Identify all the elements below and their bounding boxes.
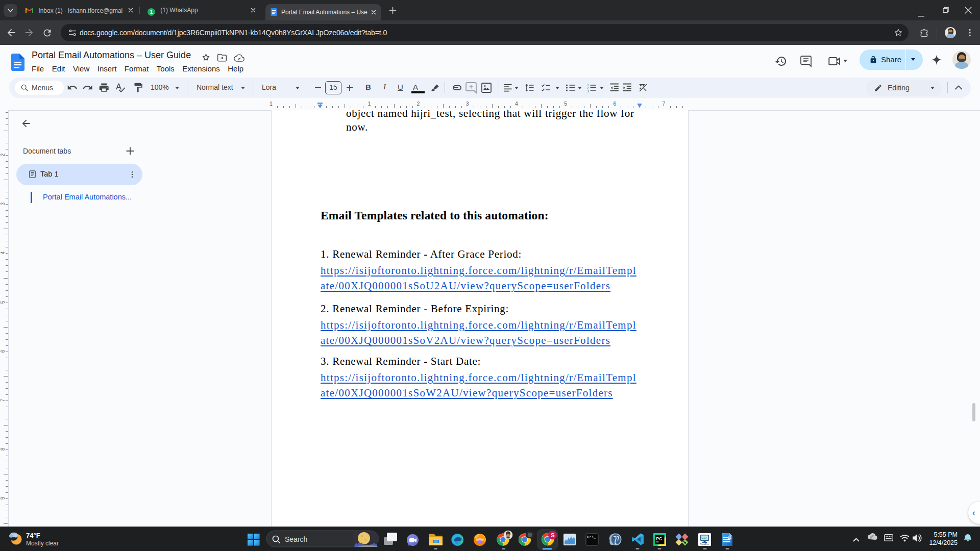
svg-text:C:\_: C:\_ — [587, 535, 597, 539]
svg-text:S: S — [551, 532, 554, 538]
svg-text:TaskPro: TaskPro — [700, 543, 709, 546]
svg-text:GC!: GC! — [702, 536, 707, 539]
svg-text:Search: Search — [285, 535, 307, 543]
svg-text:PC: PC — [656, 536, 663, 541]
svg-text:3: 3 — [587, 89, 589, 93]
